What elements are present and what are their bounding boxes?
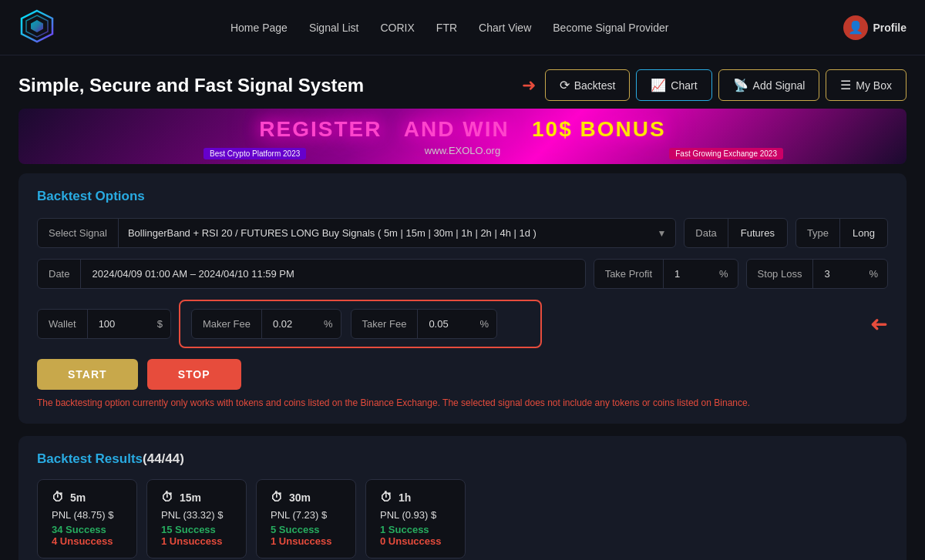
backtest-options-card: Backtest Options Select Signal Bollinger… bbox=[18, 173, 906, 424]
nav-links: Home Page Signal List CORIX FTR Chart Vi… bbox=[230, 22, 669, 34]
my-box-icon: ☰ bbox=[840, 78, 851, 92]
taker-fee-label: Taker Fee bbox=[352, 310, 419, 338]
profile-button[interactable]: 👤 Profile bbox=[843, 15, 906, 40]
profile-avatar: 👤 bbox=[843, 15, 868, 40]
wallet-suffix: $ bbox=[150, 310, 170, 338]
date-group: Date bbox=[37, 259, 586, 289]
fee-arrow-icon: ➜ bbox=[870, 311, 888, 337]
maker-fee-suffix: % bbox=[316, 310, 341, 338]
data-group: Data Futures bbox=[684, 218, 788, 248]
date-row: Date Take Profit % Stop Loss % bbox=[37, 259, 888, 289]
tf-icon-30m: ⏱ bbox=[271, 491, 283, 505]
results-title: Backtest Results(44/44) bbox=[37, 451, 888, 467]
tf-label-1h: 1h bbox=[399, 491, 411, 504]
nav-home[interactable]: Home Page bbox=[230, 22, 288, 34]
logo[interactable] bbox=[18, 8, 56, 47]
take-profit-label: Take Profit bbox=[594, 260, 664, 288]
add-signal-icon: 📡 bbox=[733, 78, 748, 92]
nav-signal-list[interactable]: Signal List bbox=[309, 22, 359, 34]
taker-fee-suffix: % bbox=[472, 310, 496, 338]
take-profit-input[interactable] bbox=[664, 260, 710, 288]
header-section: Simple, Secure and Fast Signal System ➜ … bbox=[0, 55, 925, 109]
tf-success-1h: 1 Success bbox=[380, 524, 451, 535]
signal-chevron-icon: ▼ bbox=[648, 220, 675, 246]
banner-label2: Fast Growing Exchange 2023 bbox=[669, 148, 783, 159]
backtest-icon: ⟳ bbox=[560, 78, 570, 92]
tf-success-30m: 5 Success bbox=[271, 524, 341, 535]
take-profit-suffix: % bbox=[710, 260, 738, 288]
backtest-options-title: Backtest Options bbox=[37, 189, 888, 204]
warning-text: The backtesting option currently only wo… bbox=[37, 397, 888, 408]
signal-row: Select Signal BollingerBand + RSI 20 / F… bbox=[37, 218, 888, 248]
tf-pnl-5m: PNL (48.75) $ bbox=[52, 509, 123, 521]
tf-pnl-15m: PNL (33.32) $ bbox=[161, 509, 232, 521]
tf-unsuccess-30m: 1 Unsuccess bbox=[271, 535, 341, 547]
tf-card-15m[interactable]: ⏱ 15m PNL (33.32) $ 15 Success 1 Unsucce… bbox=[146, 479, 247, 558]
signal-group: Select Signal BollingerBand + RSI 20 / F… bbox=[37, 218, 676, 248]
tf-card-5m[interactable]: ⏱ 5m PNL (48.75) $ 34 Success 4 Unsucces… bbox=[37, 479, 137, 558]
tf-label-15m: 15m bbox=[180, 491, 201, 504]
maker-fee-group: Maker Fee % bbox=[191, 309, 341, 339]
wallet-group: Wallet $ bbox=[37, 309, 171, 339]
stop-loss-label: Stop Loss bbox=[747, 260, 814, 288]
add-signal-button[interactable]: 📡 Add Signal bbox=[718, 69, 820, 101]
maker-fee-label: Maker Fee bbox=[192, 310, 262, 338]
nav-chart-view[interactable]: Chart View bbox=[479, 22, 531, 34]
tf-icon-15m: ⏱ bbox=[161, 491, 173, 505]
tf-label-5m: 5m bbox=[70, 491, 86, 504]
chart-button[interactable]: 📈 Chart bbox=[636, 69, 711, 101]
promo-banner[interactable]: REGISTER AND WIN 10$ BONUS www.EXOLO.org… bbox=[18, 109, 906, 164]
fee-box: Maker Fee % Taker Fee % bbox=[179, 300, 542, 348]
tf-unsuccess-15m: 1 Unsuccess bbox=[161, 535, 232, 547]
nav-corix[interactable]: CORIX bbox=[380, 22, 414, 34]
backtest-button[interactable]: ⟳ Backtest bbox=[545, 69, 631, 101]
stop-loss-input[interactable] bbox=[813, 260, 859, 288]
results-count: (44/44) bbox=[143, 451, 184, 466]
stop-loss-group: Stop Loss % bbox=[746, 259, 888, 289]
tf-success-5m: 34 Success bbox=[52, 524, 123, 535]
svg-marker-2 bbox=[31, 20, 43, 32]
timeframe-cards: ⏱ 5m PNL (48.75) $ 34 Success 4 Unsucces… bbox=[37, 479, 888, 558]
date-input[interactable] bbox=[81, 260, 584, 288]
tf-label-30m: 30m bbox=[289, 491, 311, 504]
arrow-icon: ➜ bbox=[522, 75, 536, 96]
start-button[interactable]: START bbox=[37, 359, 138, 390]
tf-pnl-30m: PNL (7.23) $ bbox=[271, 509, 341, 521]
maker-fee-input[interactable] bbox=[262, 310, 316, 338]
type-group: Type Long bbox=[796, 218, 888, 248]
stop-loss-suffix: % bbox=[859, 260, 887, 288]
type-label: Type bbox=[796, 219, 840, 247]
taker-fee-input[interactable] bbox=[418, 310, 472, 338]
banner-text: REGISTER AND WIN 10$ BONUS bbox=[259, 117, 665, 142]
date-label: Date bbox=[38, 260, 81, 288]
tf-unsuccess-1h: 0 Unsuccess bbox=[380, 535, 451, 547]
data-value: Futures bbox=[728, 219, 787, 247]
banner-label1: Best Crypto Platform 2023 bbox=[204, 148, 306, 159]
tf-success-15m: 15 Success bbox=[161, 524, 232, 535]
banner-website: www.EXOLO.org bbox=[425, 145, 500, 156]
nav-become-provider[interactable]: Become Signal Provider bbox=[553, 22, 668, 34]
wallet-fee-row: Wallet $ Maker Fee % Taker Fee % ➜ bbox=[37, 300, 888, 348]
select-signal-label: Select Signal bbox=[38, 219, 119, 247]
taker-fee-group: Taker Fee % bbox=[351, 309, 497, 339]
page-title: Simple, Secure and Fast Signal System bbox=[18, 75, 364, 96]
my-box-button[interactable]: ☰ My Box bbox=[826, 69, 906, 101]
nav-ftr[interactable]: FTR bbox=[436, 22, 457, 34]
wallet-input[interactable] bbox=[88, 310, 150, 338]
tf-card-1h[interactable]: ⏱ 1h PNL (0.93) $ 1 Success 0 Unsuccess bbox=[365, 479, 466, 558]
profile-label: Profile bbox=[873, 22, 906, 34]
action-row: START STOP bbox=[37, 359, 888, 390]
tf-icon-1h: ⏱ bbox=[380, 491, 392, 505]
data-label: Data bbox=[684, 219, 728, 247]
backtest-results-card: Backtest Results(44/44) ⏱ 5m PNL (48.75)… bbox=[18, 436, 906, 560]
tf-unsuccess-5m: 4 Unsuccess bbox=[52, 535, 123, 547]
signal-select[interactable]: BollingerBand + RSI 20 / FUTURES LONG Bu… bbox=[119, 219, 648, 247]
tf-card-30m[interactable]: ⏱ 30m PNL (7.23) $ 5 Success 1 Unsuccess bbox=[256, 479, 356, 558]
tf-icon-5m: ⏱ bbox=[52, 491, 64, 505]
take-profit-group: Take Profit % bbox=[594, 259, 738, 289]
header-actions: ⟳ Backtest 📈 Chart 📡 Add Signal ☰ My Box bbox=[545, 69, 906, 101]
navbar: Home Page Signal List CORIX FTR Chart Vi… bbox=[0, 0, 925, 55]
stop-button[interactable]: STOP bbox=[147, 359, 241, 390]
type-value: Long bbox=[840, 219, 887, 247]
wallet-label: Wallet bbox=[38, 310, 88, 338]
